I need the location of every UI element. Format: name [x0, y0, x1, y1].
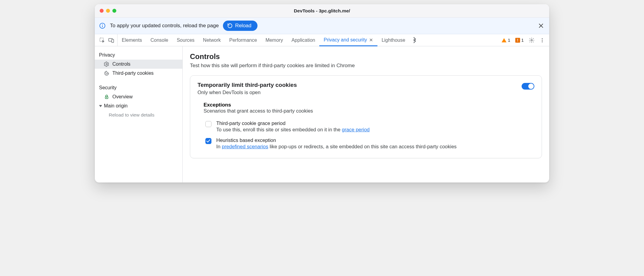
minimize-window-button[interactable]: [106, 9, 110, 13]
tab-privacy-and-security[interactable]: Privacy and security: [319, 34, 377, 46]
grace-period-checkbox[interactable]: [205, 121, 211, 127]
more-menu-icon[interactable]: [539, 38, 545, 43]
issues-icon: !: [515, 38, 520, 43]
sidebar-group-privacy: Privacy: [95, 50, 182, 60]
traffic-lights: [100, 9, 116, 13]
tab-performance[interactable]: Performance: [225, 34, 261, 46]
caret-down-icon: [99, 105, 102, 107]
svg-point-16: [106, 74, 107, 74]
svg-point-17: [107, 74, 108, 74]
svg-rect-7: [112, 39, 114, 42]
reload-button-label: Reload: [235, 23, 251, 29]
svg-point-13: [542, 41, 543, 42]
predefined-scenarios-link[interactable]: predefined scenarios: [222, 144, 268, 149]
tab-application[interactable]: Application: [287, 34, 319, 46]
settings-icon[interactable]: [529, 37, 535, 43]
banner-close-button[interactable]: [538, 22, 544, 29]
sidebar-item-main-origin[interactable]: Main origin: [95, 101, 182, 110]
grace-period-link[interactable]: grace period: [342, 127, 370, 132]
exception-row-title: Heuristics based exception: [216, 137, 456, 143]
exception-row-desc: In predefined scenarios like pop-ups or …: [216, 144, 456, 150]
exception-row-title: Third-party cookie grace period: [216, 120, 370, 126]
reload-button[interactable]: Reload: [223, 21, 257, 31]
svg-point-14: [106, 64, 108, 65]
banner-message: To apply your updated controls, reload t…: [110, 23, 219, 29]
panel-body: Privacy Controls Third-party co: [95, 46, 549, 182]
devtools-tabbar: Elements Console Sources Network Perform…: [95, 34, 549, 46]
sidebar-group-security: Security: [95, 83, 182, 92]
sidebar-item-label: Overview: [112, 94, 133, 100]
zoom-window-button[interactable]: [112, 9, 116, 13]
page-heading: Controls: [190, 52, 542, 61]
warnings-indicator[interactable]: 1: [502, 38, 510, 43]
reload-icon: [227, 23, 233, 28]
devtools-window: DevTools - 3pc.glitch.me/ To apply your …: [95, 4, 549, 182]
sidebar-item-third-party-cookies[interactable]: Third-party cookies: [95, 69, 182, 78]
tab-label: Privacy and security: [324, 37, 367, 43]
privacy-sidebar: Privacy Controls Third-party co: [95, 46, 183, 182]
svg-point-15: [105, 73, 106, 73]
tab-lighthouse[interactable]: Lighthouse: [377, 34, 410, 46]
sidebar-item-label: Controls: [112, 61, 131, 67]
inspect-element-icon[interactable]: [99, 37, 105, 43]
cookie-icon: [104, 71, 109, 76]
page-subtext: Test how this site will perform if third…: [190, 63, 542, 69]
sidebar-item-label: Main origin: [104, 103, 128, 109]
exceptions-heading: Exceptions: [204, 102, 534, 108]
info-icon: [99, 22, 106, 29]
tab-close-icon[interactable]: [369, 38, 373, 42]
issues-count: 1: [521, 38, 524, 43]
card-title: Temporarily limit third-party cookies: [198, 82, 516, 88]
sidebar-item-overview[interactable]: Overview: [95, 92, 182, 101]
gear-icon: [104, 61, 109, 67]
reload-info-banner: To apply your updated controls, reload t…: [95, 18, 549, 34]
limit-3pc-card: Temporarily limit third-party cookies On…: [190, 75, 542, 158]
window-title: DevTools - 3pc.glitch.me/: [95, 8, 549, 14]
warnings-count: 1: [508, 38, 510, 43]
exception-grace-period-row: Third-party cookie grace period To use t…: [205, 118, 534, 135]
heuristics-checkbox[interactable]: [205, 138, 211, 144]
tab-console[interactable]: Console: [146, 34, 173, 46]
device-toolbar-icon[interactable]: [108, 37, 114, 43]
svg-point-12: [542, 40, 543, 41]
limit-3pc-toggle[interactable]: [522, 83, 534, 90]
controls-content: Controls Test how this site will perform…: [183, 46, 549, 182]
svg-point-19: [106, 97, 107, 98]
tab-memory[interactable]: Memory: [261, 34, 287, 46]
sidebar-reload-hint: Reload to view details: [95, 110, 182, 120]
svg-point-2: [102, 24, 103, 25]
tab-network[interactable]: Network: [199, 34, 225, 46]
svg-point-10: [531, 39, 533, 41]
exceptions-subtext: Scenarios that grant access to third-par…: [204, 108, 534, 114]
lock-icon: [104, 94, 109, 100]
tabs-overflow-button[interactable]: [410, 34, 420, 46]
exception-heuristics-row: Heuristics based exception In predefined…: [205, 135, 534, 152]
exception-row-desc: To use this, enroll this site or sites e…: [216, 127, 370, 133]
tab-sources[interactable]: Sources: [172, 34, 199, 46]
card-subtitle: Only when DevTools is open: [198, 90, 516, 95]
sidebar-item-controls[interactable]: Controls: [95, 60, 182, 69]
tab-elements[interactable]: Elements: [118, 34, 146, 46]
sidebar-item-label: Third-party cookies: [112, 71, 154, 76]
warning-icon: [502, 38, 506, 42]
svg-point-11: [542, 38, 543, 39]
window-titlebar: DevTools - 3pc.glitch.me/: [95, 4, 549, 18]
close-window-button[interactable]: [100, 9, 104, 13]
issues-indicator[interactable]: ! 1: [515, 38, 524, 43]
